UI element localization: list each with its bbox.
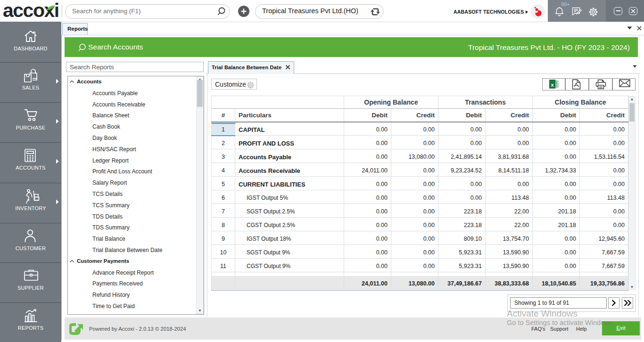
svg-text:x: x	[551, 82, 554, 88]
